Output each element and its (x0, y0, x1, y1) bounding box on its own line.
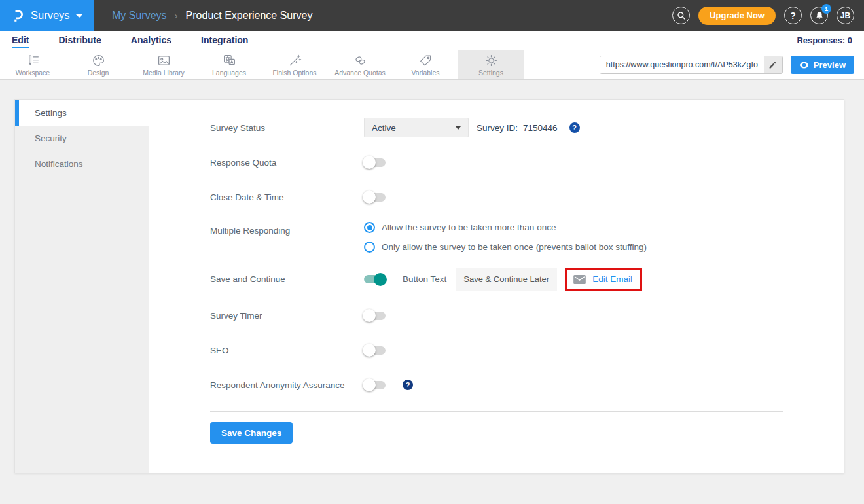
page-background: Settings Security Notifications Survey S… (0, 80, 864, 504)
pencil-icon (768, 61, 777, 69)
survey-timer-toggle[interactable] (364, 312, 386, 320)
settings-sidebar: Settings Security Notifications (15, 100, 149, 473)
tab-distribute[interactable]: Distribute (58, 32, 101, 48)
breadcrumb: My Surveys › Product Experience Survey (112, 0, 312, 31)
notification-count-badge: 1 (821, 4, 831, 14)
tab-edit[interactable]: Edit (12, 32, 29, 48)
response-quota-label: Response Quota (210, 158, 364, 168)
seo-row: SEO (210, 340, 783, 360)
anonymity-help-icon[interactable]: ? (403, 380, 413, 390)
survey-status-row: Survey Status Active Survey ID: 7150446 … (210, 118, 783, 137)
toolbar-item-media-library[interactable]: Media Library (131, 50, 196, 79)
search-icon (677, 11, 686, 20)
workspace-icon (26, 54, 40, 67)
top-header: Surveys My Surveys › Product Experience … (0, 0, 864, 31)
annotation-highlight-box: Edit Email (565, 268, 642, 291)
close-date-toggle[interactable] (364, 193, 386, 202)
upgrade-now-button[interactable]: Upgrade Now (698, 7, 776, 25)
preview-button[interactable]: Preview (791, 56, 854, 74)
toolbar-item-languages[interactable]: Languages (196, 50, 262, 79)
toolbar-item-workspace[interactable]: Workspace (0, 50, 65, 79)
radio-icon[interactable] (364, 222, 375, 233)
avatar[interactable]: JB (837, 7, 854, 24)
question-mark-icon: ? (790, 10, 796, 21)
survey-id-help-icon[interactable]: ? (569, 122, 580, 133)
radio-option-once[interactable]: Only allow the survey to be taken once (… (364, 242, 647, 253)
anonymity-row: Respondent Anonymity Assurance ? (210, 375, 783, 395)
toolbar-item-settings[interactable]: Settings (458, 50, 524, 79)
chevron-down-icon (456, 126, 461, 130)
section-divider (210, 411, 783, 412)
close-date-row: Close Date & Time (210, 187, 783, 207)
survey-id-label: Survey ID: (477, 123, 518, 133)
response-quota-row: Response Quota (210, 153, 783, 172)
sidebar-item-settings[interactable]: Settings (15, 100, 149, 126)
edit-email-button[interactable]: Edit Email (573, 274, 632, 284)
product-name: Surveys (31, 9, 70, 22)
anonymity-toggle[interactable] (364, 381, 386, 389)
multiple-responding-options: Allow the survey to be taken more than o… (364, 222, 647, 253)
toolbar-item-design[interactable]: Design (65, 50, 131, 79)
save-changes-button[interactable]: Save Changes (210, 422, 293, 444)
survey-status-select[interactable]: Active (364, 118, 469, 137)
response-quota-toggle[interactable] (364, 158, 386, 167)
breadcrumb-survey-title: Product Experience Survey (186, 10, 313, 22)
sidebar-item-security[interactable]: Security (15, 126, 149, 151)
survey-timer-label: Survey Timer (210, 311, 364, 321)
survey-status-value: Active (372, 123, 396, 133)
settings-card: Settings Security Notifications Survey S… (14, 99, 844, 473)
survey-id-group: Survey ID: 7150446 ? (477, 122, 580, 133)
sidebar-item-notifications[interactable]: Notifications (15, 151, 149, 177)
search-button[interactable] (672, 7, 690, 24)
seo-toggle[interactable] (364, 346, 386, 355)
toolbar-item-advance-quotas[interactable]: Advance Quotas (327, 50, 393, 79)
seo-label: SEO (210, 346, 364, 355)
questionpro-logo-icon (10, 9, 25, 23)
eye-icon (799, 62, 809, 69)
toolbar-right: Preview (600, 50, 864, 79)
chevron-down-icon (76, 14, 82, 18)
tab-analytics[interactable]: Analytics (131, 32, 171, 48)
tag-icon (419, 54, 433, 67)
image-icon (157, 54, 171, 67)
tab-integration[interactable]: Integration (201, 32, 248, 48)
survey-url-box (600, 56, 783, 74)
save-and-continue-row: Save and Continue Button Text Edit Email (210, 268, 783, 291)
envelope-icon (573, 275, 586, 284)
avatar-initials: JB (840, 11, 850, 20)
multiple-responding-label: Multiple Responding (210, 222, 364, 236)
multiple-responding-row: Multiple Responding Allow the survey to … (210, 222, 783, 253)
settings-content: Survey Status Active Survey ID: 7150446 … (149, 100, 844, 473)
radio-option-multiple[interactable]: Allow the survey to be taken more than o… (364, 222, 647, 233)
magic-wand-icon (288, 54, 302, 67)
edit-url-button[interactable] (764, 56, 782, 73)
chain-link-icon (353, 54, 367, 67)
radio-icon[interactable] (364, 242, 375, 253)
palette-icon (92, 54, 105, 67)
help-button[interactable]: ? (784, 7, 802, 24)
survey-url-input[interactable] (600, 56, 764, 73)
toolbar-item-variables[interactable]: Variables (393, 50, 458, 79)
breadcrumb-separator: › (175, 10, 178, 21)
survey-nav: Edit Distribute Analytics Integration Re… (0, 31, 864, 50)
translate-icon (223, 54, 236, 67)
save-and-continue-toggle[interactable] (364, 275, 386, 283)
notifications-button[interactable]: 1 (810, 7, 828, 24)
anonymity-label: Respondent Anonymity Assurance (210, 380, 364, 390)
close-date-label: Close Date & Time (210, 192, 364, 202)
button-text-input[interactable] (456, 268, 557, 291)
survey-timer-row: Survey Timer (210, 306, 783, 325)
save-and-continue-label: Save and Continue (210, 274, 364, 284)
survey-id-value: 7150446 (523, 123, 558, 133)
edit-toolbar: Workspace Design Media Library Languages… (0, 50, 864, 80)
header-actions: Upgrade Now ? 1 JB (672, 0, 864, 31)
product-switcher[interactable]: Surveys (0, 0, 94, 31)
gear-icon (484, 54, 498, 67)
breadcrumb-my-surveys[interactable]: My Surveys (112, 10, 167, 22)
responses-count: Responses: 0 (797, 35, 852, 45)
survey-status-label: Survey Status (210, 123, 364, 133)
toolbar-item-finish-options[interactable]: Finish Options (262, 50, 327, 79)
button-text-label: Button Text (403, 274, 446, 284)
